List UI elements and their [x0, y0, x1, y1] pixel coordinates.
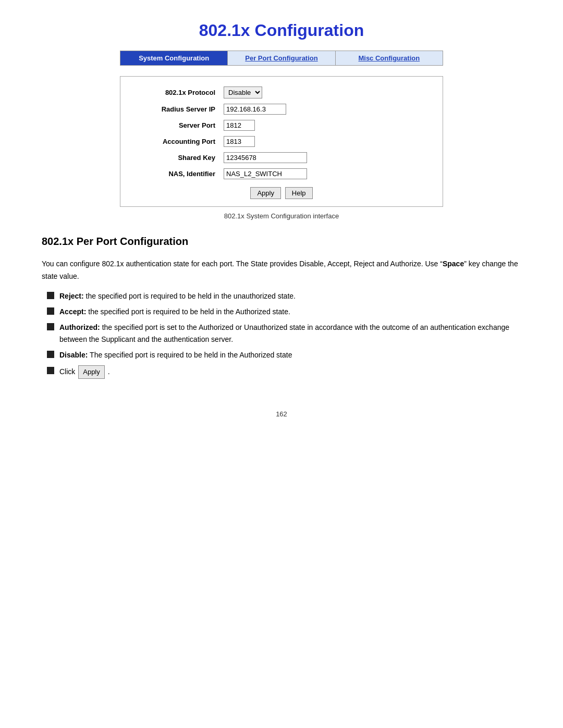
config-table: 802.1x Protocol Disable Enable Radius Se… [131, 84, 432, 182]
field-label-protocol: 802.1x Protocol [131, 84, 219, 101]
bullet-icon [47, 351, 54, 358]
server-port-input[interactable] [224, 120, 255, 131]
page-number: 162 [42, 410, 521, 418]
bullet-icon [47, 292, 54, 299]
protocol-select[interactable]: Disable Enable [224, 87, 262, 98]
list-item: Disable: The specified port is required … [47, 349, 521, 361]
tab-misc-configuration[interactable]: Misc Configuration [336, 51, 443, 65]
list-item: Reject: the specified port is required t… [47, 290, 521, 302]
table-row: Radius Server IP [131, 101, 432, 117]
system-config-panel: 802.1x Protocol Disable Enable Radius Se… [120, 76, 443, 207]
bullet-icon [47, 307, 54, 315]
per-port-section: 802.1x Per Port Configuration You can co… [42, 236, 521, 379]
form-button-row: Apply Help [131, 187, 432, 199]
per-port-intro: You can configure 802.1x authentication … [42, 258, 521, 283]
list-item: Click Apply . [47, 365, 521, 379]
field-label-radius-ip: Radius Server IP [131, 101, 219, 117]
radius-server-ip-input[interactable] [224, 104, 286, 115]
inline-apply-button[interactable]: Apply [78, 365, 105, 379]
bullet-icon [47, 367, 54, 374]
tab-bar: System Configuration Per Port Configurat… [120, 51, 443, 66]
field-label-accounting-port: Accounting Port [131, 133, 219, 150]
table-row: Accounting Port [131, 133, 432, 150]
per-port-title: 802.1x Per Port Configuration [42, 236, 521, 248]
help-button[interactable]: Help [285, 187, 313, 199]
table-row: NAS, Identifier [131, 166, 432, 182]
tab-per-port-configuration[interactable]: Per Port Configuration [228, 51, 335, 65]
field-label-nas-identifier: NAS, Identifier [131, 166, 219, 182]
list-item: Authorized: the specified port is set to… [47, 322, 521, 345]
field-label-shared-key: Shared Key [131, 150, 219, 166]
accounting-port-input[interactable] [224, 136, 255, 147]
field-label-server-port: Server Port [131, 117, 219, 133]
shared-key-input[interactable] [224, 152, 307, 163]
apply-button[interactable]: Apply [250, 187, 281, 199]
per-port-bullet-list: Reject: the specified port is required t… [47, 290, 521, 379]
bullet-icon [47, 323, 54, 330]
list-item: Accept: the specified port is required t… [47, 306, 521, 317]
form-caption: 802.1x System Configuration interface [42, 212, 521, 220]
tab-system-configuration[interactable]: System Configuration [120, 51, 228, 65]
table-row: 802.1x Protocol Disable Enable [131, 84, 432, 101]
page-title: 802.1x Configuration [42, 21, 521, 40]
nas-identifier-input[interactable] [224, 168, 307, 179]
table-row: Shared Key [131, 150, 432, 166]
table-row: Server Port [131, 117, 432, 133]
